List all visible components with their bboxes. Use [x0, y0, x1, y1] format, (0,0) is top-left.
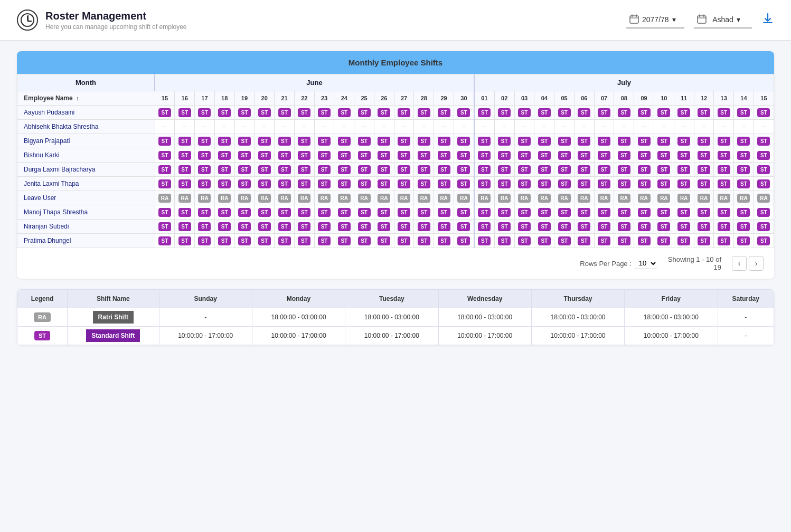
shift-cell[interactable]: ST — [314, 177, 334, 191]
shift-cell[interactable]: ST — [574, 205, 594, 220]
shift-cell[interactable]: ST — [374, 134, 394, 148]
shift-cell[interactable]: – — [294, 120, 314, 134]
shift-cell[interactable]: ST — [494, 234, 514, 248]
shift-cell[interactable]: ST — [214, 220, 234, 234]
shift-cell[interactable]: ST — [314, 163, 334, 177]
shift-cell[interactable]: ST — [255, 234, 275, 248]
shift-cell[interactable]: ST — [554, 234, 575, 248]
shift-cell[interactable]: ST — [614, 148, 634, 163]
shift-cell[interactable]: ST — [314, 220, 334, 234]
shift-cell[interactable]: ST — [374, 148, 394, 163]
shift-cell[interactable]: ST — [414, 177, 434, 191]
shift-cell[interactable]: ST — [414, 134, 434, 148]
shift-cell[interactable]: ST — [294, 134, 314, 148]
shift-cell[interactable]: ST — [634, 234, 654, 248]
shift-cell[interactable]: – — [275, 120, 295, 134]
shift-cell[interactable]: ST — [554, 205, 575, 220]
shift-cell[interactable]: ST — [394, 220, 414, 234]
shift-cell[interactable]: ST — [175, 234, 195, 248]
shift-cell[interactable]: RA — [334, 191, 354, 205]
shift-cell[interactable]: RA — [594, 191, 614, 205]
shift-cell[interactable]: ST — [554, 106, 575, 120]
next-page-button[interactable]: › — [749, 256, 764, 271]
shift-cell[interactable]: ST — [494, 205, 514, 220]
shift-cell[interactable]: ST — [474, 134, 494, 148]
shift-cell[interactable]: ST — [175, 148, 195, 163]
shift-cell[interactable]: RA — [414, 191, 434, 205]
shift-cell[interactable]: ST — [374, 106, 394, 120]
shift-cell[interactable]: ST — [234, 106, 255, 120]
shift-cell[interactable]: ST — [234, 205, 255, 220]
shift-cell[interactable]: RA — [614, 191, 634, 205]
shift-cell[interactable]: RA — [494, 191, 514, 205]
shift-cell[interactable]: ST — [714, 106, 734, 120]
shift-cell[interactable]: ST — [614, 205, 634, 220]
shift-cell[interactable]: ST — [155, 220, 175, 234]
shift-cell[interactable]: – — [574, 120, 594, 134]
shift-cell[interactable]: ST — [255, 220, 275, 234]
shift-cell[interactable]: ST — [155, 134, 175, 148]
shift-cell[interactable]: ST — [394, 205, 414, 220]
shift-cell[interactable]: ST — [434, 220, 454, 234]
shift-cell[interactable]: ST — [574, 106, 594, 120]
shift-cell[interactable]: ST — [155, 234, 175, 248]
shift-cell[interactable]: ST — [474, 163, 494, 177]
shift-cell[interactable]: RA — [434, 191, 454, 205]
shift-cell[interactable]: ST — [614, 106, 634, 120]
shift-cell[interactable]: ST — [434, 177, 454, 191]
shift-cell[interactable]: – — [534, 120, 554, 134]
shift-cell[interactable]: ST — [534, 205, 554, 220]
shift-cell[interactable]: ST — [334, 205, 354, 220]
shift-cell[interactable]: ST — [494, 177, 514, 191]
shift-cell[interactable]: ST — [574, 220, 594, 234]
shift-cell[interactable]: ST — [514, 234, 534, 248]
shift-cell[interactable]: ST — [474, 106, 494, 120]
shift-cell[interactable]: RA — [374, 191, 394, 205]
shift-cell[interactable]: ST — [654, 205, 674, 220]
shift-cell[interactable]: ST — [195, 205, 215, 220]
shift-cell[interactable]: RA — [275, 191, 295, 205]
shift-cell[interactable]: ST — [734, 148, 754, 163]
shift-cell[interactable]: – — [214, 120, 234, 134]
shift-cell[interactable]: ST — [674, 234, 694, 248]
shift-cell[interactable]: ST — [694, 177, 714, 191]
shift-cell[interactable]: ST — [234, 220, 255, 234]
shift-cell[interactable]: ST — [414, 148, 434, 163]
shift-cell[interactable]: ST — [394, 234, 414, 248]
shift-cell[interactable]: ST — [155, 205, 175, 220]
shift-cell[interactable]: ST — [494, 106, 514, 120]
shift-cell[interactable]: ST — [155, 148, 175, 163]
shift-cell[interactable]: ST — [574, 234, 594, 248]
shift-cell[interactable]: – — [554, 120, 575, 134]
shift-cell[interactable]: ST — [374, 163, 394, 177]
shift-cell[interactable]: ST — [294, 220, 314, 234]
shift-cell[interactable]: ST — [394, 163, 414, 177]
shift-cell[interactable]: ST — [694, 163, 714, 177]
shift-cell[interactable]: ST — [374, 220, 394, 234]
shift-cell[interactable]: ST — [454, 148, 474, 163]
shift-cell[interactable]: ST — [334, 177, 354, 191]
shift-cell[interactable]: ST — [554, 220, 575, 234]
shift-cell[interactable]: ST — [394, 177, 414, 191]
shift-cell[interactable]: ST — [594, 163, 614, 177]
shift-cell[interactable]: ST — [754, 134, 774, 148]
shift-cell[interactable]: ST — [414, 106, 434, 120]
shift-cell[interactable]: ST — [454, 134, 474, 148]
shift-cell[interactable]: ST — [394, 106, 414, 120]
shift-cell[interactable]: ST — [494, 220, 514, 234]
shift-cell[interactable]: ST — [514, 106, 534, 120]
shift-cell[interactable]: ST — [754, 163, 774, 177]
shift-cell[interactable]: ST — [694, 205, 714, 220]
shift-cell[interactable]: ST — [534, 134, 554, 148]
shift-cell[interactable]: ST — [734, 163, 754, 177]
shift-cell[interactable]: ST — [614, 220, 634, 234]
shift-cell[interactable]: ST — [214, 106, 234, 120]
shift-cell[interactable]: ST — [354, 148, 374, 163]
shift-cell[interactable]: ST — [175, 106, 195, 120]
shift-cell[interactable]: ST — [714, 177, 734, 191]
shift-cell[interactable]: ST — [314, 134, 334, 148]
shift-cell[interactable]: ST — [754, 148, 774, 163]
shift-cell[interactable]: RA — [634, 191, 654, 205]
year-dropdown[interactable]: 2077/78 ▾ — [626, 12, 684, 28]
shift-cell[interactable]: ST — [614, 134, 634, 148]
